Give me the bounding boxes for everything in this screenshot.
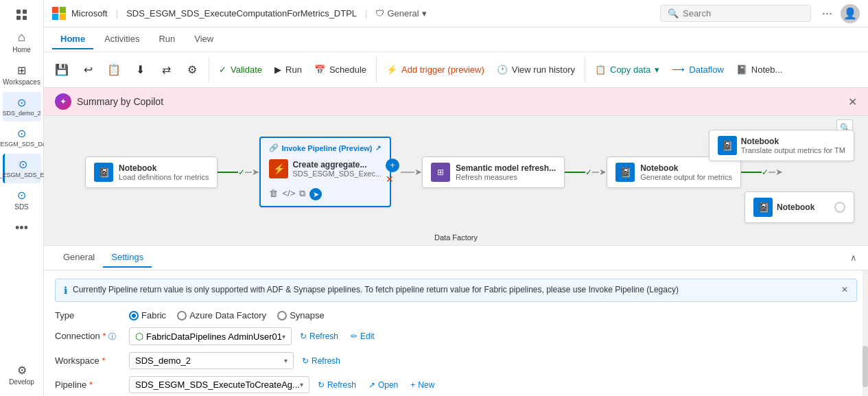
pipeline-refresh-button[interactable]: ↻ Refresh [314, 378, 360, 392]
sidebar-item-home[interactable]: ⌂ Home [3, 26, 41, 58]
topbar: Microsoft | SDS_ESGM_SDS_ExecuteComputat… [44, 0, 868, 27]
add-connection-button[interactable]: + [386, 159, 399, 172]
view-run-history-label: View run history [512, 65, 575, 75]
notebook1-title: Notebook [119, 163, 209, 173]
copilot-close-button[interactable]: ✕ [848, 95, 857, 108]
notebook4-content: Notebook [777, 202, 814, 212]
workspace-badge[interactable]: 🛡 General ▾ [375, 8, 426, 19]
undo-button[interactable]: ↩ [75, 60, 100, 79]
pipeline-node-notebook1[interactable]: 📓 Notebook Load definitions for metrics [85, 156, 218, 188]
radio-synapse[interactable]: Synapse [277, 310, 325, 321]
connection-input-group: ⬡ FabricDataPipelines AdminUser01 ▾ ↻ Re… [129, 327, 857, 345]
sidebar-item-sds[interactable]: ⊙ SDS [3, 185, 41, 216]
tab-home[interactable]: Home [52, 30, 93, 49]
sidebar-item-more[interactable]: ••• [3, 217, 41, 240]
main-area: Microsoft | SDS_ESGM_SDS_ExecuteComputat… [44, 0, 868, 396]
pipeline-select[interactable]: SDS_ESGM_SDS_ExecuteToCreateAg... ▾ [129, 376, 309, 393]
sidebar-item-workspaces[interactable]: ⊞ Workspaces [3, 60, 41, 91]
forward-icon[interactable]: ➤ [309, 188, 322, 200]
tab-general[interactable]: General [55, 248, 103, 268]
collapse-button[interactable]: ∧ [850, 253, 857, 263]
bottom-tab-bar: General Settings ∧ [44, 246, 868, 270]
pipeline-name: SDS_ESGM_SDS_ExecuteComputationForMetric… [126, 8, 357, 19]
radio-adf[interactable]: Azure Data Factory [177, 310, 266, 321]
transform-button[interactable]: ⇄ [154, 60, 178, 79]
canvas-area: ✦ Summary by Copilot ✕ 🔍 📓 Notebook Load… [44, 88, 868, 396]
sidebar-item-menu[interactable] [3, 5, 41, 25]
copilot-bar: ✦ Summary by Copilot ✕ [44, 88, 868, 116]
connection-refresh-button[interactable]: ↻ Refresh [296, 329, 342, 343]
sidebar-item-develop[interactable]: ⚙ Develop [3, 360, 41, 391]
notebook-button[interactable]: 📓 Noteb... [731, 62, 788, 78]
workspace-select[interactable]: SDS_demo_2 ▾ [129, 352, 294, 369]
notebook-icon: 📓 [736, 65, 747, 75]
connection-select[interactable]: ⬡ FabricDataPipelines AdminUser01 ▾ [129, 327, 292, 345]
ribbon-actions: 💾 ↩ 📋 ⬇ ⇄ ⚙ ✓ Validate ▶ [44, 52, 868, 86]
settings-button[interactable]: ⚙ [180, 60, 204, 79]
pipeline-row: Pipeline * SDS_ESGM_SDS_ExecuteToCreateA… [55, 376, 857, 393]
ribbon-tab-bar: Home Activities Run View [44, 27, 868, 52]
connection-refresh-icon: ↻ [300, 331, 307, 341]
schedule-button[interactable]: 📅 Schedule [309, 62, 372, 78]
line4 [741, 172, 762, 173]
pipeline-new-button[interactable]: + New [406, 378, 438, 392]
view-run-history-button[interactable]: 🕐 View run history [491, 62, 580, 78]
tab-settings[interactable]: Settings [103, 248, 152, 268]
plus-icon: + [410, 380, 415, 390]
check1: ✓ [238, 167, 245, 177]
tab-run[interactable]: Run [150, 30, 183, 49]
connection-edit-button[interactable]: ✏ Edit [347, 329, 379, 343]
info-banner: ℹ Currently Pipeline return value is onl… [55, 279, 857, 302]
sidebar-item-sds-demo[interactable]: ⊙ SDS_demo_2 [3, 92, 41, 121]
circle-icon [834, 202, 845, 213]
add-trigger-button[interactable]: ⚡ Add trigger (preview) [381, 62, 490, 78]
workspace-input-group: SDS_demo_2 ▾ ↻ Refresh [129, 352, 857, 369]
scrollbar-vertical[interactable] [863, 270, 868, 396]
tab-activities[interactable]: Activities [96, 30, 148, 49]
pipeline-node-notebook4[interactable]: 📓 Notebook [744, 191, 854, 223]
info-banner-close-button[interactable]: ✕ [841, 285, 848, 294]
pipeline-refresh-label: Refresh [327, 380, 356, 390]
copy-icon: 📋 [595, 65, 606, 75]
radio-fabric[interactable]: Fabric [129, 310, 166, 321]
radio-fabric-dot [129, 311, 139, 321]
invoke-action-bar: 🗑 </> ⧉ ➤ [269, 188, 322, 200]
delete-icon[interactable]: 🗑 [269, 188, 278, 200]
download-button[interactable]: ⬇ [128, 60, 152, 79]
code-icon[interactable]: </> [282, 188, 295, 200]
semantic-icon: ⊞ [431, 163, 450, 182]
workspace-refresh-button[interactable]: ↻ Refresh [298, 354, 344, 368]
run-button[interactable]: ▶ Run [269, 62, 307, 78]
copy-data-chevron: ▾ [655, 65, 659, 75]
copy-data-button[interactable]: 📋 Copy data ▾ [589, 62, 665, 78]
workspaces-icon: ⊞ [17, 64, 26, 77]
more-options-button[interactable]: ··· [822, 6, 832, 21]
search-input[interactable] [683, 8, 804, 19]
line4b [769, 172, 775, 173]
pipeline-node-notebook3[interactable]: 📓 Notebook Translate output metrics for … [709, 130, 854, 161]
invoke-icon: 🔗 [269, 143, 279, 152]
line3 [565, 172, 585, 173]
dataflow-button[interactable]: ⟶ Dataflow [666, 62, 729, 78]
sidebar-item-label-sds-demo: SDS_demo_2 [2, 110, 40, 117]
develop-icon: ⚙ [17, 364, 27, 377]
avatar[interactable]: 👤 [841, 4, 860, 23]
pipeline-node-semantic[interactable]: ⊞ Semantic model refresh... Refresh meas… [422, 156, 565, 188]
sidebar-item-sds-esgm-exec[interactable]: ⊙ SDS_ESGM_SDS_Exec... [3, 154, 41, 183]
arrow3: ✓ ➤ [565, 167, 607, 177]
tab-view[interactable]: View [186, 30, 222, 49]
pipeline-open-button[interactable]: ↗ Open [364, 378, 402, 392]
validate-button[interactable]: ✓ Validate [213, 62, 268, 78]
radio-synapse-dot [277, 311, 287, 321]
search-box[interactable]: 🔍 [660, 5, 811, 22]
pipeline-node-invoke[interactable]: 🔗 Invoke Pipeline (Preview) ↗ ⚡ Create a… [259, 137, 391, 207]
remove-connection-button[interactable]: ✕ [386, 174, 399, 185]
save-button[interactable]: 💾 [49, 60, 74, 79]
sidebar-item-sds-esgm-data[interactable]: ⊙ SDS_ESGM_SDS_Datas... [3, 123, 41, 152]
redo-button[interactable]: 📋 [102, 60, 126, 79]
notebook4-inner: 📓 Notebook [753, 198, 845, 217]
workspace-row: Workspace * SDS_demo_2 ▾ ↻ Refresh [55, 352, 857, 369]
download-icon: ⬇ [136, 63, 145, 76]
radio-adf-dot [177, 311, 187, 321]
copy2-icon[interactable]: ⧉ [299, 188, 305, 200]
